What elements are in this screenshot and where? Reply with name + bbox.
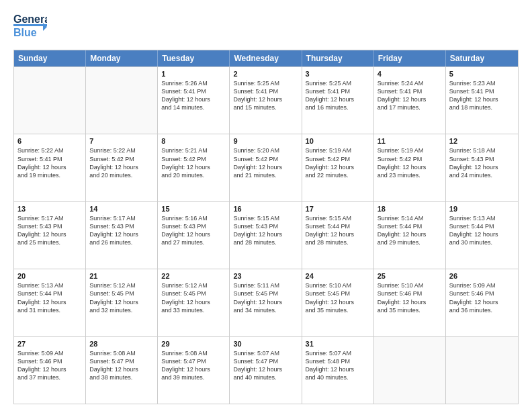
page: GeneralBlue SundayMondayTuesdayWednesday… [0, 0, 532, 411]
day-header-tuesday: Tuesday [158, 50, 230, 66]
day-info: Sunrise: 5:13 AMSunset: 5:44 PMDaylight:… [449, 214, 515, 247]
calendar-body: 1Sunrise: 5:26 AMSunset: 5:41 PMDaylight… [14, 66, 518, 404]
day-info: Sunrise: 5:10 AMSunset: 5:45 PMDaylight:… [306, 281, 370, 314]
day-info: Sunrise: 5:24 AMSunset: 5:41 PMDaylight:… [378, 79, 442, 112]
day-info: Sunrise: 5:12 AMSunset: 5:45 PMDaylight:… [89, 281, 154, 314]
day-info: Sunrise: 5:08 AMSunset: 5:47 PMDaylight:… [89, 349, 154, 382]
day-info: Sunrise: 5:07 AMSunset: 5:48 PMDaylight:… [306, 349, 370, 382]
day-number: 27 [17, 340, 82, 348]
day-info: Sunrise: 5:26 AMSunset: 5:41 PMDaylight:… [161, 79, 226, 112]
day-cell-18: 18Sunrise: 5:14 AMSunset: 5:44 PMDayligh… [374, 202, 446, 269]
week-row-2: 6Sunrise: 5:22 AMSunset: 5:41 PMDaylight… [14, 134, 518, 201]
day-number: 7 [89, 137, 154, 145]
day-number: 26 [449, 272, 515, 280]
day-info: Sunrise: 5:22 AMSunset: 5:41 PMDaylight:… [17, 146, 82, 179]
day-info: Sunrise: 5:08 AMSunset: 5:47 PMDaylight:… [161, 349, 226, 382]
day-number: 24 [306, 272, 370, 280]
day-number: 28 [89, 340, 154, 348]
day-number: 13 [17, 205, 82, 213]
day-number: 20 [17, 272, 82, 280]
svg-rect-1 [13, 24, 47, 26]
day-header-saturday: Saturday [446, 50, 518, 66]
day-cell-24: 24Sunrise: 5:10 AMSunset: 5:45 PMDayligh… [302, 269, 374, 336]
day-header-thursday: Thursday [302, 50, 374, 66]
day-cell-28: 28Sunrise: 5:08 AMSunset: 5:47 PMDayligh… [86, 337, 158, 404]
week-row-5: 27Sunrise: 5:09 AMSunset: 5:46 PMDayligh… [14, 336, 518, 404]
day-info: Sunrise: 5:25 AMSunset: 5:41 PMDaylight:… [233, 79, 298, 112]
day-cell-1: 1Sunrise: 5:26 AMSunset: 5:41 PMDaylight… [158, 67, 230, 134]
day-cell-20: 20Sunrise: 5:13 AMSunset: 5:44 PMDayligh… [14, 269, 86, 336]
day-info: Sunrise: 5:18 AMSunset: 5:43 PMDaylight:… [449, 146, 515, 179]
day-header-friday: Friday [374, 50, 446, 66]
day-number: 22 [161, 272, 226, 280]
day-number: 3 [306, 70, 370, 78]
empty-cell [446, 337, 518, 404]
day-number: 18 [378, 205, 442, 213]
empty-cell [86, 67, 158, 134]
day-number: 21 [89, 272, 154, 280]
day-cell-31: 31Sunrise: 5:07 AMSunset: 5:48 PMDayligh… [302, 337, 374, 404]
svg-text:Blue: Blue [13, 27, 37, 38]
day-cell-27: 27Sunrise: 5:09 AMSunset: 5:46 PMDayligh… [14, 337, 86, 404]
day-cell-6: 6Sunrise: 5:22 AMSunset: 5:41 PMDaylight… [14, 134, 86, 201]
day-number: 29 [161, 340, 226, 348]
calendar-header: SundayMondayTuesdayWednesdayThursdayFrid… [14, 50, 518, 66]
day-cell-14: 14Sunrise: 5:17 AMSunset: 5:43 PMDayligh… [86, 202, 158, 269]
day-cell-11: 11Sunrise: 5:19 AMSunset: 5:42 PMDayligh… [374, 134, 446, 201]
day-info: Sunrise: 5:15 AMSunset: 5:43 PMDaylight:… [233, 214, 298, 247]
day-info: Sunrise: 5:19 AMSunset: 5:42 PMDaylight:… [378, 146, 442, 179]
day-number: 15 [161, 205, 226, 213]
day-info: Sunrise: 5:20 AMSunset: 5:42 PMDaylight:… [233, 146, 298, 179]
day-cell-10: 10Sunrise: 5:19 AMSunset: 5:42 PMDayligh… [302, 134, 374, 201]
day-info: Sunrise: 5:22 AMSunset: 5:42 PMDaylight:… [89, 146, 154, 179]
day-cell-2: 2Sunrise: 5:25 AMSunset: 5:41 PMDaylight… [230, 67, 302, 134]
day-cell-15: 15Sunrise: 5:16 AMSunset: 5:43 PMDayligh… [158, 202, 230, 269]
week-row-1: 1Sunrise: 5:26 AMSunset: 5:41 PMDaylight… [14, 66, 518, 134]
day-number: 17 [306, 205, 370, 213]
day-info: Sunrise: 5:15 AMSunset: 5:44 PMDaylight:… [306, 214, 370, 247]
day-number: 6 [17, 137, 82, 145]
day-info: Sunrise: 5:14 AMSunset: 5:44 PMDaylight:… [378, 214, 442, 247]
day-info: Sunrise: 5:11 AMSunset: 5:45 PMDaylight:… [233, 281, 298, 314]
day-cell-29: 29Sunrise: 5:08 AMSunset: 5:47 PMDayligh… [158, 337, 230, 404]
day-cell-5: 5Sunrise: 5:23 AMSunset: 5:41 PMDaylight… [446, 67, 518, 134]
day-number: 14 [89, 205, 154, 213]
empty-cell [14, 67, 86, 134]
logo-icon: GeneralBlue [13, 11, 47, 43]
day-info: Sunrise: 5:10 AMSunset: 5:46 PMDaylight:… [378, 281, 442, 314]
week-row-4: 20Sunrise: 5:13 AMSunset: 5:44 PMDayligh… [14, 269, 518, 336]
header: GeneralBlue [13, 11, 519, 43]
day-info: Sunrise: 5:23 AMSunset: 5:41 PMDaylight:… [449, 79, 515, 112]
day-cell-13: 13Sunrise: 5:17 AMSunset: 5:43 PMDayligh… [14, 202, 86, 269]
day-info: Sunrise: 5:07 AMSunset: 5:47 PMDaylight:… [233, 349, 298, 382]
day-number: 12 [449, 137, 515, 145]
day-cell-9: 9Sunrise: 5:20 AMSunset: 5:42 PMDaylight… [230, 134, 302, 201]
day-number: 9 [233, 137, 298, 145]
day-header-wednesday: Wednesday [230, 50, 302, 66]
day-cell-21: 21Sunrise: 5:12 AMSunset: 5:45 PMDayligh… [86, 269, 158, 336]
day-number: 16 [233, 205, 298, 213]
day-number: 30 [233, 340, 298, 348]
day-number: 31 [306, 340, 370, 348]
day-header-sunday: Sunday [14, 50, 86, 66]
calendar: SundayMondayTuesdayWednesdayThursdayFrid… [13, 50, 519, 404]
day-cell-19: 19Sunrise: 5:13 AMSunset: 5:44 PMDayligh… [446, 202, 518, 269]
day-cell-22: 22Sunrise: 5:12 AMSunset: 5:45 PMDayligh… [158, 269, 230, 336]
day-number: 23 [233, 272, 298, 280]
logo: GeneralBlue [13, 11, 47, 43]
day-info: Sunrise: 5:17 AMSunset: 5:43 PMDaylight:… [89, 214, 154, 247]
day-cell-30: 30Sunrise: 5:07 AMSunset: 5:47 PMDayligh… [230, 337, 302, 404]
day-info: Sunrise: 5:25 AMSunset: 5:41 PMDaylight:… [306, 79, 370, 112]
day-number: 5 [449, 70, 515, 78]
day-cell-23: 23Sunrise: 5:11 AMSunset: 5:45 PMDayligh… [230, 269, 302, 336]
day-number: 11 [378, 137, 442, 145]
week-row-3: 13Sunrise: 5:17 AMSunset: 5:43 PMDayligh… [14, 201, 518, 269]
day-info: Sunrise: 5:09 AMSunset: 5:46 PMDaylight:… [17, 349, 82, 382]
day-number: 8 [161, 137, 226, 145]
svg-text:General: General [13, 13, 47, 25]
day-info: Sunrise: 5:09 AMSunset: 5:46 PMDaylight:… [449, 281, 515, 314]
day-info: Sunrise: 5:21 AMSunset: 5:42 PMDaylight:… [161, 146, 226, 179]
day-cell-17: 17Sunrise: 5:15 AMSunset: 5:44 PMDayligh… [302, 202, 374, 269]
day-header-monday: Monday [86, 50, 158, 66]
day-info: Sunrise: 5:13 AMSunset: 5:44 PMDaylight:… [17, 281, 82, 314]
